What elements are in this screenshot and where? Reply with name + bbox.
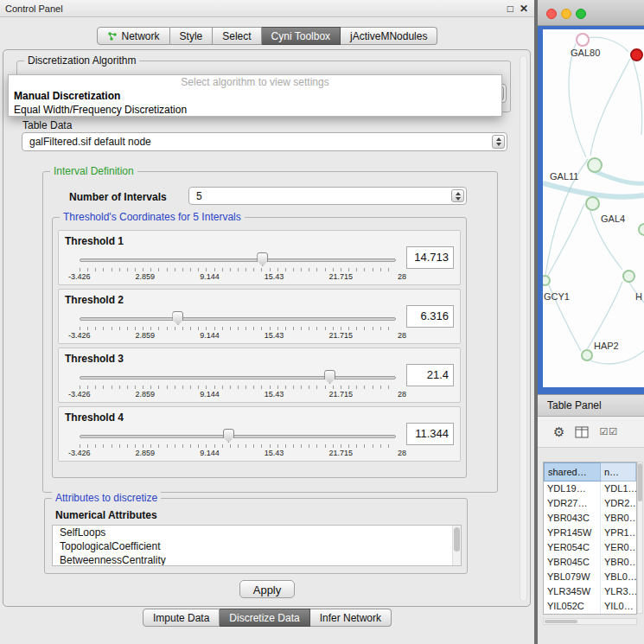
slider-scale: -3.426 2.859 9.144 15.43 21.715 28 bbox=[68, 331, 406, 340]
table-horizontal-scrollbar[interactable] bbox=[543, 618, 637, 625]
network-node-selected[interactable] bbox=[630, 48, 643, 61]
scale-label: -3.426 bbox=[68, 449, 91, 457]
list-item[interactable]: SelfLoops bbox=[53, 526, 461, 539]
stepper-arrows-icon bbox=[492, 135, 505, 149]
node-label: GAL80 bbox=[571, 48, 600, 58]
table-data-select[interactable]: galFiltered.sif default node bbox=[22, 132, 507, 151]
apply-button[interactable]: Apply bbox=[239, 580, 295, 598]
node-label: GCY1 bbox=[544, 291, 570, 302]
tab-cyni-toolbox[interactable]: Cyni Toolbox bbox=[262, 27, 341, 45]
slider-ticks bbox=[80, 386, 396, 389]
table-header-row: shared… n… bbox=[544, 462, 636, 481]
slider-ticks bbox=[80, 444, 396, 448]
tab-jactivemnodules[interactable]: jActiveMNodules bbox=[341, 27, 437, 45]
attributes-list: SelfLoops TopologicalCoefficient Between… bbox=[52, 525, 462, 566]
scale-label: -3.426 bbox=[68, 331, 91, 340]
tab-discretize-data[interactable]: Discretize Data bbox=[220, 609, 309, 627]
number-of-intervals-select[interactable]: 5 bbox=[188, 187, 467, 205]
table-row[interactable]: YLR345WYLR3… bbox=[544, 584, 636, 599]
control-panel-titlebar: Control Panel □ ✕ bbox=[0, 0, 534, 17]
scale-label: 9.144 bbox=[200, 449, 220, 457]
slider-thumb[interactable] bbox=[324, 370, 335, 384]
control-panel-window: Control Panel □ ✕ Network Style bbox=[0, 0, 534, 644]
gear-icon[interactable]: ⚙ bbox=[553, 425, 564, 438]
tab-select[interactable]: Select bbox=[213, 27, 261, 45]
network-node[interactable] bbox=[622, 270, 635, 283]
stepper-arrows-icon bbox=[451, 189, 464, 202]
threshold-value-field[interactable]: 6.316 bbox=[406, 305, 454, 328]
table-vertical-scrollbar[interactable] bbox=[637, 462, 643, 614]
tab-label: Infer Network bbox=[320, 612, 381, 624]
threshold-slider[interactable]: -3.426 2.859 9.144 15.43 21.715 28 bbox=[80, 250, 396, 283]
scale-label: 9.144 bbox=[200, 331, 220, 340]
scale-label: 15.43 bbox=[265, 449, 284, 457]
node-label: HAP2 bbox=[594, 341, 619, 351]
column-header[interactable]: shared… bbox=[544, 462, 601, 481]
slider-thumb[interactable] bbox=[223, 429, 234, 443]
network-canvas[interactable]: GAL80 GAL11 GAL4 GCY1 HAP2 H bbox=[543, 29, 644, 387]
network-node[interactable] bbox=[581, 349, 593, 361]
slider-thumb[interactable] bbox=[257, 252, 268, 266]
table-row[interactable]: YER054CYER0… bbox=[544, 540, 636, 555]
network-node[interactable] bbox=[587, 157, 603, 173]
tab-infer-network[interactable]: Infer Network bbox=[310, 609, 392, 627]
table-panel-body: ⚙ ☑☑ shared… n… YDL19…YDL1… YDR27…YDR2… … bbox=[538, 417, 644, 644]
float-window-icon[interactable]: □ bbox=[507, 2, 513, 16]
tab-label: Style bbox=[180, 30, 203, 42]
network-node[interactable] bbox=[585, 196, 600, 211]
network-icon bbox=[107, 31, 118, 41]
scale-label: 21.715 bbox=[328, 390, 353, 399]
table-body: YDL19…YDL1… YDR27…YDR2… YBR043CYBR0… YPR… bbox=[544, 481, 636, 614]
checkbox-icons[interactable]: ☑☑ bbox=[599, 426, 618, 437]
table-row[interactable]: YDR27…YDR2… bbox=[544, 496, 636, 511]
tab-network[interactable]: Network bbox=[97, 27, 170, 45]
list-item[interactable]: TopologicalCoefficient bbox=[53, 539, 461, 553]
table-row[interactable]: YIL052CYIL0… bbox=[544, 599, 636, 614]
threshold-slider[interactable]: -3.426 2.859 9.144 15.43 21.715 28 bbox=[80, 426, 396, 459]
scale-label: 15.43 bbox=[265, 272, 284, 281]
slider-track[interactable] bbox=[80, 435, 396, 438]
threshold-label: Threshold 1 bbox=[65, 235, 124, 247]
network-window-titlebar bbox=[538, 0, 644, 26]
network-node[interactable] bbox=[576, 33, 590, 47]
table-row[interactable]: YBR043CYBR0… bbox=[544, 511, 636, 526]
table-row[interactable]: YDL19…YDL1… bbox=[544, 481, 636, 496]
columns-icon[interactable] bbox=[575, 426, 589, 438]
slider-scale: -3.426 2.859 9.144 15.43 21.715 28 bbox=[68, 449, 406, 457]
threshold-panel: Threshold 4 -3.426 2.859 9.144 15.43 21.… bbox=[58, 406, 461, 462]
tab-style[interactable]: Style bbox=[170, 27, 214, 45]
table-row[interactable]: YBL079WYBL0… bbox=[544, 570, 636, 584]
zoom-traffic-light-icon[interactable] bbox=[576, 9, 586, 19]
scale-label: 28 bbox=[398, 331, 406, 340]
table-row[interactable]: YPR145WYPR1… bbox=[544, 526, 636, 540]
slider-ticks bbox=[80, 268, 396, 271]
group-title: Discretization Algorithm bbox=[24, 54, 139, 67]
minimize-traffic-light-icon[interactable] bbox=[561, 9, 571, 19]
tab-impute-data[interactable]: Impute Data bbox=[143, 609, 220, 627]
table-row[interactable]: YBR045CYBR0… bbox=[544, 555, 636, 570]
slider-track[interactable] bbox=[80, 258, 396, 262]
threshold-value-field[interactable]: 11.344 bbox=[406, 423, 454, 445]
scale-label: -3.426 bbox=[68, 272, 91, 281]
slider-thumb[interactable] bbox=[172, 311, 183, 325]
top-tab-bar: Network Style Select Cyni Toolbox jActiv… bbox=[0, 27, 534, 45]
column-header[interactable]: n… bbox=[601, 462, 636, 481]
list-scrollbar[interactable] bbox=[452, 526, 461, 565]
dropdown-option-equal-width[interactable]: Equal Width/Frequency Discretization bbox=[9, 103, 501, 117]
dropdown-option-manual[interactable]: Manual Discretization bbox=[9, 89, 501, 103]
list-item[interactable]: BetweennessCentrality bbox=[53, 553, 461, 566]
threshold-value-field[interactable]: 21.4 bbox=[406, 364, 454, 386]
scale-label: 28 bbox=[398, 390, 406, 399]
scale-label: 28 bbox=[398, 272, 406, 281]
number-of-intervals-label: Number of Intervals bbox=[69, 191, 167, 203]
close-icon[interactable]: ✕ bbox=[520, 2, 528, 16]
close-traffic-light-icon[interactable] bbox=[546, 9, 557, 19]
scale-label: 28 bbox=[398, 449, 406, 457]
threshold-value-field[interactable]: 14.713 bbox=[406, 246, 454, 269]
slider-track[interactable] bbox=[80, 317, 396, 321]
node-table: shared… n… YDL19…YDL1… YDR27…YDR2… YBR04… bbox=[543, 462, 637, 615]
slider-track[interactable] bbox=[80, 376, 396, 379]
panel-scrollbar[interactable] bbox=[520, 55, 527, 602]
threshold-slider[interactable]: -3.426 2.859 9.144 15.43 21.715 28 bbox=[80, 309, 396, 341]
threshold-slider[interactable]: -3.426 2.859 9.144 15.43 21.715 28 bbox=[80, 367, 396, 400]
